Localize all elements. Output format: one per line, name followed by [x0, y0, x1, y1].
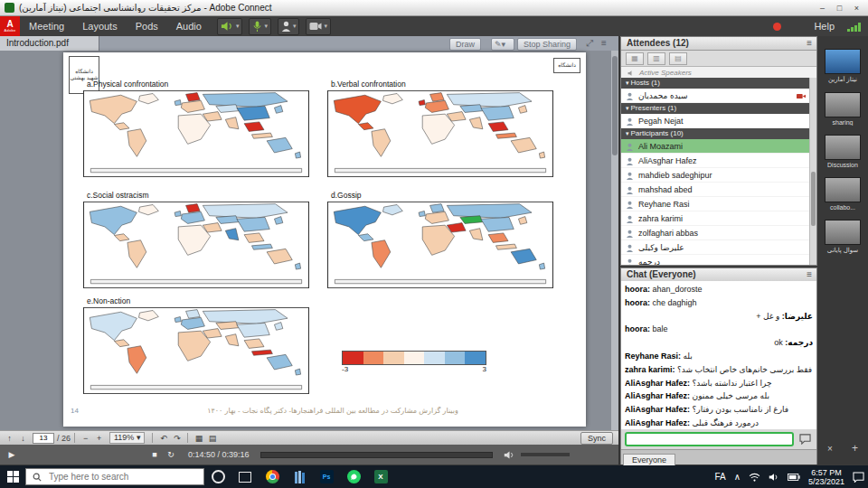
menu-audio[interactable]: Audio	[167, 21, 211, 32]
page-down-button[interactable]: ↓	[16, 434, 30, 443]
layout-thumbnail[interactable]	[825, 49, 861, 74]
stop-button[interactable]: ■	[146, 450, 163, 459]
volume-slider[interactable]	[521, 453, 570, 456]
person-icon	[626, 155, 634, 164]
pdf-scrollbar-thumb[interactable]	[612, 56, 618, 155]
attendee-row[interactable]: Reyhane Rasi	[621, 197, 809, 211]
chat-text: بله مرسی خیلی ممنون	[693, 391, 769, 400]
page-up-button[interactable]: ↑	[3, 434, 16, 443]
library-taskbar-button[interactable]	[286, 471, 313, 483]
close-button[interactable]: ×	[848, 2, 865, 14]
chat-input[interactable]	[625, 432, 794, 446]
sync-button[interactable]: Sync	[580, 432, 613, 445]
redo-icon[interactable]: ↷	[170, 434, 184, 443]
attendee-view-status-icon[interactable]: ▤	[669, 52, 687, 65]
zoom-out-button[interactable]: −	[79, 434, 92, 443]
zoom-level-select[interactable]: 119% ▾	[109, 432, 145, 444]
layout-item[interactable]: Discussion	[825, 135, 861, 168]
start-button[interactable]	[0, 471, 25, 483]
chat-sender: درجمه:	[785, 338, 813, 347]
microphone-button[interactable]: ▾	[249, 18, 271, 35]
volume-speaker-icon[interactable]	[504, 450, 515, 460]
attendee-row[interactable]: درجمه	[621, 255, 809, 265]
volume-icon[interactable]	[769, 473, 779, 482]
attendee-view-grid-icon[interactable]: ▦	[626, 52, 644, 65]
attendee-row[interactable]: علیرضا وکیلی	[621, 240, 809, 255]
excel-taskbar-button[interactable]: X	[367, 470, 394, 483]
legend-swatch	[424, 352, 445, 364]
layout-thumbnail[interactable]	[825, 177, 861, 202]
replay-button[interactable]: ↻	[163, 450, 179, 459]
notification-center-icon[interactable]	[853, 472, 864, 483]
pod-options-icon[interactable]: ≡	[601, 38, 607, 48]
status-button[interactable]: ▾	[278, 18, 300, 35]
taskbar-clock[interactable]: 6:57 PM 5/23/2021	[808, 468, 844, 486]
wifi-icon[interactable]	[749, 473, 760, 482]
maximize-button[interactable]: □	[831, 2, 848, 14]
attendee-row[interactable]: سیده محمدیان	[621, 89, 809, 103]
fit-width-icon[interactable]: ▤	[205, 434, 219, 443]
minimize-button[interactable]: –	[814, 2, 831, 14]
page-number-input[interactable]	[33, 433, 54, 444]
chevron-down-icon: ▾	[236, 23, 240, 30]
chat-tab-everyone[interactable]: Everyone	[623, 454, 675, 465]
chat-message: درجمه: ok	[625, 336, 813, 350]
menu-meeting[interactable]: Meeting	[20, 21, 73, 32]
search-input[interactable]	[47, 471, 186, 483]
attendees-scrollbar-thumb[interactable]	[811, 172, 816, 226]
stop-sharing-button[interactable]: Stop Sharing	[517, 38, 577, 51]
chat-sender: علیرضا:	[782, 312, 813, 321]
attendee-row[interactable]: mahdieb sadeghipur	[621, 168, 809, 183]
pdf-scrollbar[interactable]	[611, 51, 618, 430]
page-total-label: / 26	[57, 434, 71, 443]
language-indicator[interactable]: FA	[714, 472, 725, 482]
connection-status-icon[interactable]	[847, 22, 861, 32]
menu-layouts[interactable]: Layouts	[73, 21, 127, 32]
layout-item[interactable]: سوال پایانی	[825, 220, 861, 254]
attendee-row[interactable]: mahshad abed	[621, 183, 809, 197]
cortana-button[interactable]	[204, 470, 231, 483]
zoom-in-button[interactable]: +	[92, 434, 106, 443]
hidden-icons-chevron[interactable]: ∧	[734, 472, 741, 482]
document-tab[interactable]: Introduction.pdf	[0, 36, 99, 51]
chat-pod-menu-icon[interactable]: ≡	[807, 268, 812, 281]
layout-item[interactable]: نیتاز آمارین	[825, 49, 861, 83]
speaker-button[interactable]: ▾	[217, 18, 243, 35]
send-message-icon[interactable]	[797, 433, 813, 446]
attendee-row[interactable]: zahra karimi	[621, 211, 809, 226]
grid-view-icon[interactable]: ▦	[192, 434, 205, 443]
layout-thumbnail[interactable]	[825, 92, 861, 117]
attendee-view-breakout-icon[interactable]: ▥	[647, 52, 665, 65]
pen-tool-button[interactable]: ✎▾	[491, 38, 514, 51]
taskbar-search[interactable]	[25, 468, 204, 485]
attendee-group-header[interactable]: ▾Hosts (1)	[621, 78, 809, 89]
layout-item[interactable]: collabo...	[825, 177, 861, 211]
layout-thumbnail[interactable]	[825, 135, 861, 160]
menu-pods[interactable]: Pods	[127, 21, 167, 32]
photoshop-taskbar-button[interactable]: Ps	[313, 470, 340, 483]
whatsapp-taskbar-button[interactable]	[340, 470, 367, 483]
attendee-group-header[interactable]: ▾Presenters (1)	[621, 103, 809, 114]
close-layout-icon[interactable]: ×	[827, 444, 833, 454]
draw-button[interactable]: Draw	[449, 38, 481, 51]
chrome-taskbar-button[interactable]	[259, 470, 286, 483]
undo-icon[interactable]: ↶	[156, 434, 170, 443]
menu-help[interactable]: Help	[805, 21, 844, 32]
webcam-button[interactable]: ▾	[306, 18, 331, 35]
fullscreen-icon[interactable]: ⤢	[586, 38, 593, 49]
attendee-row[interactable]: zolfaghari abbas	[621, 226, 809, 240]
battery-icon[interactable]	[788, 474, 800, 481]
layout-thumbnail[interactable]	[825, 220, 861, 245]
play-button[interactable]: ▶	[4, 450, 20, 459]
attendee-row[interactable]: Ali Moazami	[621, 139, 809, 154]
attendee-name: علیرضا وکیلی	[638, 243, 684, 252]
attendees-pod-menu-icon[interactable]: ≡	[807, 37, 812, 50]
attendees-scrollbar[interactable]	[809, 78, 816, 265]
add-layout-icon[interactable]: +	[852, 442, 858, 455]
attendee-row[interactable]: Pegah Nejat	[621, 114, 809, 128]
layout-item[interactable]: sharing	[825, 92, 861, 126]
task-view-button[interactable]	[231, 472, 259, 483]
playback-progress-bar[interactable]	[260, 452, 493, 458]
attendee-row[interactable]: AliAsghar Hafez	[621, 154, 809, 168]
attendee-group-header[interactable]: ▾Participants (10)	[621, 128, 809, 139]
